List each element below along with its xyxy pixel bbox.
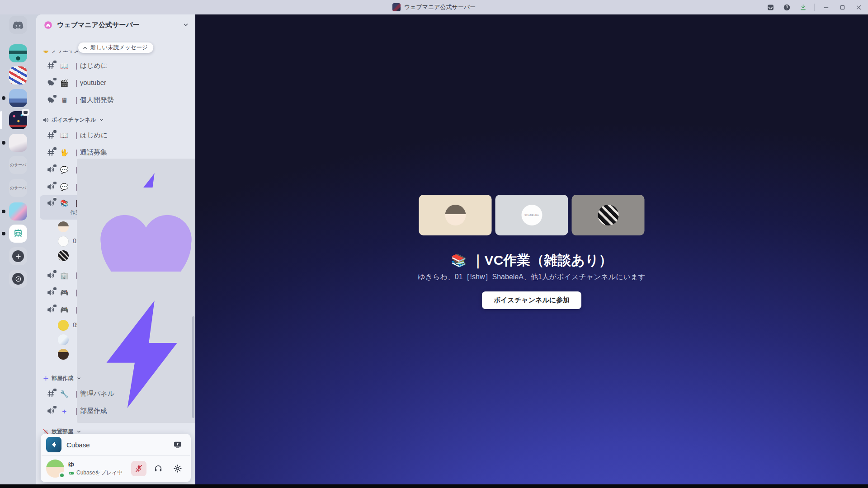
activity-name: Cubase — [66, 441, 165, 449]
gamepad-icon — [68, 470, 75, 476]
sidebar-scrollbar[interactable] — [192, 316, 194, 418]
hash-icon — [47, 131, 55, 140]
channel-emoji: 💬 — [59, 183, 69, 190]
voice-channel-title: 📚｜VC作業（雑談あり） — [195, 251, 868, 270]
channel-emoji: 📚 — [59, 200, 69, 206]
voice-member-member-butahara[interactable]: 豚原長賢WEBM — [40, 347, 192, 361]
rail-item-explore-servers[interactable] — [9, 270, 27, 288]
server-name: ウェブマニア公式サーバー — [57, 21, 179, 29]
discord-logo-icon — [9, 16, 27, 34]
unread-indicator — [2, 96, 5, 100]
unread-indicator — [2, 232, 5, 235]
server-avatar — [9, 89, 27, 107]
channel-list: クリエイター交流📖｜はじめに🎬｜youtuber🖥｜個人開発勢ボイスチャンネル📖… — [36, 14, 195, 484]
online-status-dot — [59, 472, 65, 479]
participant-avatar — [598, 205, 618, 225]
channel-hajimeni-voice[interactable]: 📖｜はじめに — [40, 127, 192, 144]
gear-icon — [173, 464, 182, 473]
user-texts[interactable]: ゆ Cubaseをプレイ中 — [68, 460, 127, 477]
activity-row: Cubase — [41, 434, 191, 455]
hash-icon — [47, 389, 55, 398]
hash-icon — [47, 61, 55, 70]
headphones-icon — [154, 464, 163, 473]
rail-item-server-teal[interactable] — [9, 44, 27, 62]
avatar — [58, 236, 69, 247]
rail-item-server-photo[interactable] — [9, 89, 27, 107]
category-label: 部屋作成 — [52, 375, 73, 382]
channel-emoji: 💬 — [59, 166, 69, 173]
new-unread-messages-pill[interactable]: 新しい未読メッセージ — [78, 42, 153, 53]
category-heya-sakusei-category[interactable]: 部屋作成 — [42, 371, 189, 385]
channel-label: ｜管理パネル — [73, 389, 114, 398]
category-label: ボイスチャンネル — [52, 116, 96, 124]
rail-item-server-text-2[interactable]: のサーバ — [9, 179, 27, 197]
close-button[interactable] — [852, 1, 865, 13]
settings-button[interactable] — [170, 461, 185, 476]
speaker-icon — [47, 183, 55, 191]
unread-indicator — [2, 210, 5, 213]
deafen-button[interactable] — [151, 461, 166, 476]
channel-emoji: 🖖 — [59, 149, 69, 156]
rail-item-server-webmania[interactable] — [9, 111, 27, 129]
participant-avatar — [445, 205, 466, 225]
speaker-icon — [47, 199, 55, 207]
unread-pill-label: 新しい未読メッセージ — [90, 44, 148, 52]
titlebar: ウェブマニア公式サーバー — [0, 0, 868, 14]
minimize-button[interactable] — [819, 1, 833, 13]
channel-youtuber[interactable]: 🎬｜youtuber — [40, 74, 192, 91]
participant-avatar: SHABELEA — [521, 205, 542, 225]
rail-item-server-collage[interactable] — [9, 66, 27, 84]
join-voice-channel-button[interactable]: ボイスチャンネルに参加 — [482, 291, 581, 309]
titlebar-controls — [764, 0, 868, 14]
stream-badge-icon — [22, 109, 29, 116]
channel-title-text: ｜VC作業（雑談あり） — [471, 253, 612, 267]
voice-member-member-t[interactable]: tPMD — [40, 249, 192, 263]
server-header-button[interactable]: ウェブマニア公式サーバー — [36, 14, 195, 35]
add-server-avatar — [9, 247, 27, 265]
avatar — [58, 349, 69, 360]
unread-indicator — [2, 141, 5, 145]
compass-icon — [12, 273, 24, 285]
tile-t[interactable] — [572, 195, 645, 235]
tile-yukirawa[interactable] — [419, 195, 492, 235]
selected-server-pill — [0, 111, 2, 129]
server-avatar — [9, 44, 27, 62]
channel-emoji: 🔧 — [59, 390, 69, 397]
voice-channel-participants: ゆきらわ、01［!shw］ShabeleA、他1人がボイスチャンネルにいます — [195, 272, 868, 282]
rail-item-server-miku[interactable] — [9, 202, 27, 221]
user-avatar[interactable] — [46, 460, 64, 478]
speaker-icon — [47, 288, 55, 297]
maximize-button[interactable] — [835, 1, 849, 13]
channel-emoji: 🎬 — [59, 80, 69, 86]
inbox-button[interactable] — [764, 1, 777, 13]
avatar — [58, 334, 69, 345]
cubase-app-icon — [46, 437, 61, 452]
rail-item-discord-home[interactable] — [9, 16, 27, 34]
screen-share-button[interactable] — [170, 437, 185, 452]
tile-shabelea[interactable]: SHABELEA — [495, 195, 568, 235]
screen-share-icon — [173, 440, 182, 449]
rail-item-server-anime[interactable] — [9, 134, 27, 152]
server-app-icon — [392, 3, 401, 11]
server-home-icon — [43, 20, 53, 30]
speaker-icon — [47, 271, 55, 280]
channel-heya-sakusei[interactable]: ＋｜部屋作成 — [40, 402, 192, 419]
update-download-button[interactable] — [796, 1, 810, 13]
speaker-icon — [42, 117, 49, 123]
chevron-up-icon — [82, 45, 88, 51]
mic-mute-button[interactable] — [131, 461, 146, 476]
server-avatar — [9, 66, 27, 84]
rail-item-server-easel[interactable] — [9, 225, 27, 243]
rail-item-add-server[interactable] — [9, 247, 27, 265]
channel-hajimeni-text[interactable]: 📖｜はじめに — [40, 57, 192, 74]
channel-kojin-kaihatsu[interactable]: 🖥｜個人開発勢 — [40, 91, 192, 108]
category-voice-category[interactable]: ボイスチャンネル — [42, 113, 189, 127]
forum-icon — [47, 79, 55, 87]
window-title: ウェブマニア公式サーバー — [404, 3, 476, 11]
chevron-down-icon — [76, 376, 81, 381]
rail-item-server-text-1[interactable]: のサーバ — [9, 156, 27, 174]
server-avatar: のサーバ — [9, 179, 27, 197]
avatar — [58, 250, 69, 261]
channel-kanri-panel[interactable]: 🔧｜管理パネル — [40, 385, 192, 402]
help-button[interactable] — [780, 1, 793, 13]
